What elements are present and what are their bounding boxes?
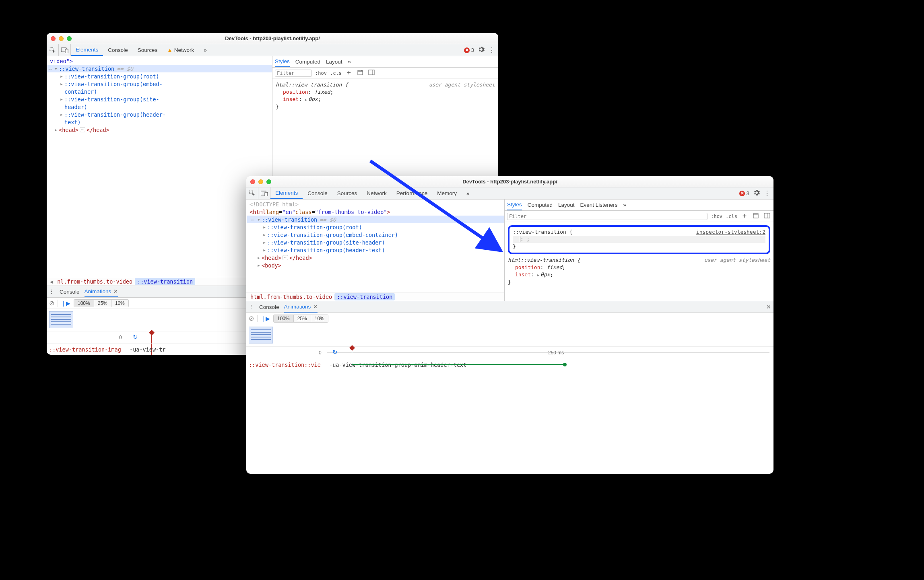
tab-sources[interactable]: Sources [332,187,362,199]
style-rule[interactable]: user agent stylesheet html::view-transit… [508,257,770,286]
timeline-axis[interactable]: 0 ↻ 250 ms [246,347,773,359]
style-edit-input[interactable]: : ; [513,236,765,243]
rule-source-link[interactable]: inspector-stylesheet:2 [696,228,765,236]
animation-bar[interactable] [352,364,565,365]
animation-groups[interactable] [246,324,773,347]
drawer-menu-icon[interactable]: ⋮ [248,301,254,313]
minimize-window-button[interactable] [258,179,263,184]
close-window-button[interactable] [51,36,56,41]
computed-styles-icon[interactable] [356,69,364,77]
tabs-overflow[interactable]: » [462,187,474,199]
device-toggle-icon[interactable] [59,44,71,56]
play-pause-icon[interactable]: ❘▶ [261,315,270,322]
side-tab-styles[interactable]: Styles [507,200,522,210]
side-tab-event-listeners[interactable]: Event Listeners [580,200,618,210]
clear-icon[interactable]: ⊘ [49,299,54,307]
more-menu-icon[interactable]: ⋮ [764,189,770,197]
tab-console[interactable]: Console [303,187,332,199]
breadcrumb-item[interactable]: nl.from-thumbs.to-video [55,278,135,285]
tab-network[interactable]: ▲Network [162,44,199,56]
dom-node[interactable]: ::view-transition-group(root) [47,72,272,80]
speed-100[interactable]: 100% [274,315,294,322]
inspect-element-icon[interactable] [246,187,258,199]
toggle-sidebar-icon[interactable] [763,212,771,220]
dom-node[interactable]: <head>⋯</head> [47,126,272,134]
highlighted-rule[interactable]: inspector-stylesheet:2 ::view-transition… [508,225,770,254]
side-tab-layout[interactable]: Layout [326,56,342,67]
style-rule[interactable]: user agent stylesheet html::view-transit… [276,81,495,111]
dom-node[interactable]: <body> [247,261,504,269]
cls-toggle[interactable]: .cls [330,70,342,76]
breadcrumb-item-selected[interactable]: ::view-transition [135,278,195,285]
animation-group-thumb[interactable] [49,311,73,328]
dom-node[interactable]: ::view-transition-group(header-text) [247,246,504,254]
tab-performance[interactable]: Performance [392,187,432,199]
dom-node[interactable]: ::view-transition-group(site- [47,95,272,103]
dom-node[interactable]: ::view-transition-group(site-header) [247,239,504,246]
speed-25[interactable]: 25% [94,300,111,307]
breadcrumb-item[interactable]: html.from-thumbs.to-video [248,293,334,300]
hov-toggle[interactable]: :hov [711,214,722,219]
tabs-overflow[interactable]: » [199,44,211,56]
dom-node[interactable]: ::view-transition-group(header- [47,111,272,118]
close-window-button[interactable] [250,179,255,184]
side-tabs-overflow[interactable]: » [623,200,626,210]
speed-100[interactable]: 100% [74,300,94,307]
close-tab-icon[interactable]: ✕ [313,304,318,310]
speed-10[interactable]: 10% [311,315,328,322]
error-count[interactable]: ✕3 [739,190,749,196]
speed-10[interactable]: 10% [111,300,128,307]
cls-toggle[interactable]: .cls [726,214,737,219]
drawer-tab-console[interactable]: Console [259,301,279,313]
drawer-menu-icon[interactable]: ⋮ [48,286,55,297]
new-style-rule-icon[interactable]: + [740,212,749,220]
breadcrumb-item-selected[interactable]: ::view-transition [334,293,395,300]
device-toggle-icon[interactable] [258,187,270,199]
replay-icon[interactable]: ↻ [332,349,338,356]
tab-network[interactable]: Network [362,187,392,199]
tab-elements[interactable]: Elements [71,44,103,56]
computed-styles-icon[interactable] [752,212,760,220]
inspect-element-icon[interactable] [47,44,59,56]
side-tab-computed[interactable]: Computed [528,200,553,210]
dom-node-selected[interactable]: ⋯::view-transition== $0 [47,65,272,72]
toggle-sidebar-icon[interactable] [367,69,375,77]
close-tab-icon[interactable]: ✕ [113,288,118,294]
styles-filter-input[interactable] [507,213,707,220]
dom-node[interactable]: video"> [47,57,272,65]
tab-sources[interactable]: Sources [133,44,163,56]
error-count[interactable]: ✕3 [464,47,474,53]
dom-node[interactable]: ::view-transition-group(root) [247,223,504,231]
animation-row[interactable]: ::view-transition::vie -ua-view-transiti… [246,359,773,370]
dom-node[interactable]: <!DOCTYPE html> [247,200,504,208]
side-tabs-overflow[interactable]: » [348,56,351,67]
dom-node[interactable]: <html lang="en" class="from-thumbs to-vi… [247,208,504,216]
dom-node-selected[interactable]: ⋯::view-transition== $0 [247,216,504,223]
tab-console[interactable]: Console [103,44,133,56]
new-style-rule-icon[interactable]: + [345,69,353,77]
minimize-window-button[interactable] [59,36,64,41]
side-tab-styles[interactable]: Styles [275,56,290,67]
drawer-tab-animations[interactable]: Animations✕ [284,301,318,313]
drawer-tab-console[interactable]: Console [60,286,80,297]
side-tab-layout[interactable]: Layout [558,200,575,210]
clear-icon[interactable]: ⊘ [249,315,254,322]
crumb-scroll-left[interactable]: ◀ [48,278,55,285]
styles-filter-input[interactable] [275,70,312,77]
animation-group-thumb[interactable] [249,327,273,343]
more-menu-icon[interactable]: ⋮ [489,46,495,54]
settings-icon[interactable] [478,46,485,54]
tab-memory[interactable]: Memory [432,187,462,199]
play-pause-icon[interactable]: ❘▶ [61,300,70,306]
drawer-close-icon[interactable]: ✕ [765,301,772,313]
dom-node[interactable]: ::view-transition-group(embed- [47,80,272,88]
side-tab-computed[interactable]: Computed [295,56,320,67]
replay-icon[interactable]: ↻ [133,333,138,341]
drawer-tab-animations[interactable]: Animations✕ [85,286,118,297]
dom-node[interactable]: <head>⋯</head> [247,254,504,261]
tab-elements[interactable]: Elements [270,187,303,199]
dom-node[interactable]: ::view-transition-group(embed-container) [247,231,504,239]
speed-25[interactable]: 25% [294,315,311,322]
zoom-window-button[interactable] [67,36,72,41]
zoom-window-button[interactable] [266,179,271,184]
